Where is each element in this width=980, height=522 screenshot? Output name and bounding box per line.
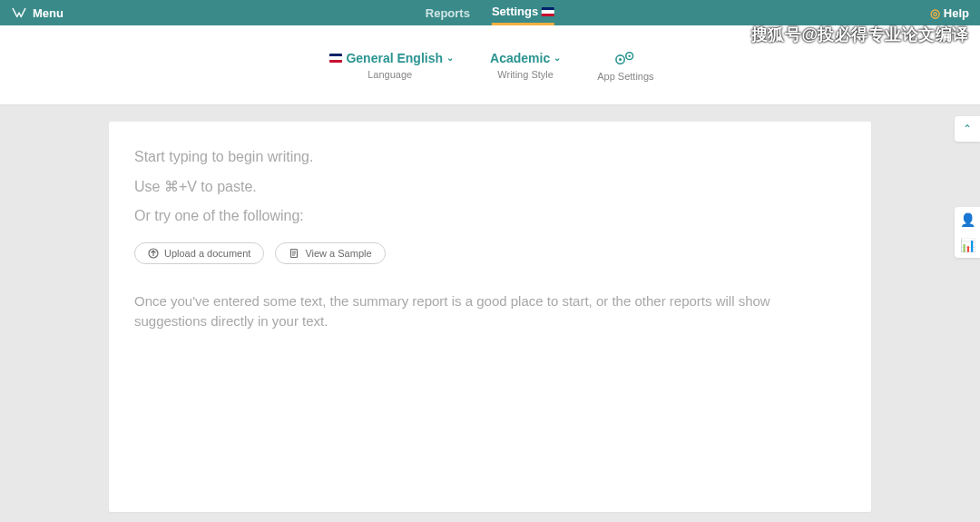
upload-document-button[interactable]: Upload a document xyxy=(134,242,264,264)
svg-point-3 xyxy=(629,54,631,56)
subnav-style-title: Academic ⌄ xyxy=(490,51,561,65)
logo-icon xyxy=(11,5,27,21)
uk-flag-icon xyxy=(542,7,554,16)
chart-icon: 📊 xyxy=(960,238,975,252)
subnav-writing-style[interactable]: Academic ⌄ Writing Style xyxy=(490,51,561,80)
doc-icon xyxy=(289,248,299,259)
editor-line-3: Or try one of the following: xyxy=(134,208,846,224)
editor-actions: Upload a document View a Sample xyxy=(134,242,846,264)
settings-subnav: General English ⌄ Language Academic ⌄ Wr… xyxy=(0,25,980,105)
subnav-language[interactable]: General English ⌄ Language xyxy=(326,51,454,80)
sample-label: View a Sample xyxy=(305,248,371,259)
gears-icon xyxy=(612,49,638,67)
upload-label: Upload a document xyxy=(164,248,250,259)
topbar: Menu Reports Settings ◎ Help xyxy=(0,0,980,25)
chevron-up-icon: ⌃ xyxy=(963,123,972,135)
user-icon: 👤 xyxy=(960,212,975,227)
workspace: Start typing to begin writing. Use ⌘+V t… xyxy=(0,105,980,512)
editor-card[interactable]: Start typing to begin writing. Use ⌘+V t… xyxy=(109,122,871,512)
profile-tool[interactable]: 👤 xyxy=(955,207,980,232)
subnav-style-sub: Writing Style xyxy=(497,69,554,80)
chevron-down-icon: ⌄ xyxy=(446,53,454,63)
editor-line-1: Start typing to begin writing. xyxy=(134,149,846,165)
svg-point-1 xyxy=(619,58,622,61)
sidebar-collapse-button[interactable]: ⌃ xyxy=(955,116,980,142)
tab-settings[interactable]: Settings xyxy=(492,0,554,25)
chevron-down-icon: ⌄ xyxy=(554,53,561,63)
menu-button[interactable]: Menu xyxy=(11,5,64,21)
uk-flag-icon xyxy=(329,54,342,63)
top-tabs: Reports Settings xyxy=(426,0,554,25)
subnav-language-sub: Language xyxy=(368,69,412,80)
menu-label: Menu xyxy=(33,6,64,20)
upload-icon xyxy=(148,248,159,259)
view-sample-button[interactable]: View a Sample xyxy=(275,242,385,264)
help-button[interactable]: ◎ Help xyxy=(930,6,969,20)
life-ring-icon: ◎ xyxy=(930,6,940,20)
stats-tool[interactable]: 📊 xyxy=(955,232,980,258)
tab-reports[interactable]: Reports xyxy=(426,0,470,25)
editor-line-2: Use ⌘+V to paste. xyxy=(134,178,846,195)
subnav-app-sub: App Settings xyxy=(597,71,653,82)
subnav-app-settings[interactable]: App Settings xyxy=(597,49,653,82)
subnav-language-title: General English ⌄ xyxy=(326,51,454,65)
editor-hint: Once you've entered some text, the summa… xyxy=(134,291,846,331)
side-tools: 👤 📊 xyxy=(955,207,980,258)
